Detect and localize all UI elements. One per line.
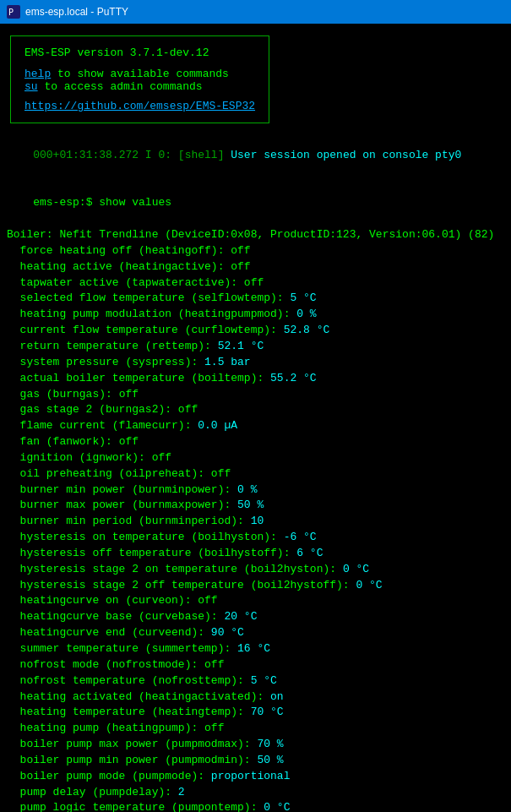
line-value-3: off xyxy=(244,276,264,289)
line-label-10: gas (burngas): xyxy=(7,388,119,401)
terminal-line-34: boiler pump mode (pumpmode): proportiona… xyxy=(3,769,508,785)
line-label-3: tapwater active (tapwateractive): xyxy=(7,276,244,289)
line-label-27: nofrost mode (nofrostmode): xyxy=(7,658,204,671)
line-value-28: 5 °C xyxy=(251,674,277,687)
terminal-line-21: hysteresis stage 2 on temperature (boil2… xyxy=(3,562,508,578)
line-value-6: 52.8 °C xyxy=(284,324,330,336)
line-value-16: 0 % xyxy=(237,483,257,496)
line-label-29: heating activated (heatingactivated): xyxy=(7,690,270,703)
line-label-26: summer temperature (summertemp): xyxy=(7,642,237,655)
terminal-line-7: return temperature (rettemp): 52.1 °C xyxy=(3,339,508,355)
line-label-33: boiler pump min power (pumpmodmin): xyxy=(7,754,257,766)
line-value-14: off xyxy=(152,451,171,464)
line-label-34: boiler pump mode (pumpmode): xyxy=(7,770,211,782)
line-label-16: burner min power (burnminpower): xyxy=(7,483,237,496)
terminal: EMS-ESP version 3.7.1-dev.12 help to sho… xyxy=(0,24,511,812)
line-label-31: heating pump (heatingpump): xyxy=(7,722,204,734)
terminal-line-6: current flow temperature (curflowtemp): … xyxy=(3,323,508,339)
line-label-8: system pressure (syspress): xyxy=(7,356,204,368)
terminal-line-3: tapwater active (tapwateractive): off xyxy=(3,275,508,292)
terminal-line-2: heating active (heatingactive): off xyxy=(3,259,508,275)
line-value-27: off xyxy=(204,658,224,671)
line-value-29: on xyxy=(270,690,284,703)
line-label-2: heating active (heatingactive): xyxy=(7,260,231,273)
prompt-line: ems-esp:$ show values xyxy=(3,180,508,228)
terminal-line-24: heatingcurve base (curvebase): 20 °C xyxy=(3,609,508,625)
terminal-line-29: heating activated (heatingactivated): on xyxy=(3,689,508,706)
line-value-26: 16 °C xyxy=(237,642,270,655)
line-value-31: off xyxy=(204,722,224,734)
line-label-7: return temperature (rettemp): xyxy=(7,340,218,352)
line-value-15: off xyxy=(211,467,231,480)
line-value-36: 0 °C xyxy=(264,801,290,812)
line-value-5: 0 % xyxy=(296,308,316,320)
putty-icon: P xyxy=(7,5,20,19)
line-label-1: force heating off (heatingoff): xyxy=(7,244,231,257)
boiler-header-line: Boiler: Nefit Trendline (DeviceID:0x08, … xyxy=(3,227,508,243)
terminal-line-1: force heating off (heatingoff): off xyxy=(3,243,508,259)
line-label-24: heatingcurve base (curvebase): xyxy=(7,610,224,623)
su-line: su to access admin commands xyxy=(24,80,255,93)
line-label-23: heatingcurve on (curveon): xyxy=(7,594,198,607)
line-value-33: 50 % xyxy=(257,754,283,766)
line-value-23: off xyxy=(198,594,217,607)
line-label-9: actual boiler temperature (boiltemp): xyxy=(7,372,270,384)
line-label-35: pump delay (pumpdelay): xyxy=(7,786,178,798)
line-value-19: -6 °C xyxy=(284,531,317,543)
help-text: to show available commands xyxy=(51,68,229,80)
line-label-32: boiler pump max power (pumpmodmax): xyxy=(7,738,257,750)
line-label-36: pump logic temperature (pumpontemp): xyxy=(7,801,264,812)
terminal-line-33: boiler pump min power (pumpmodmin): 50 % xyxy=(3,753,508,769)
terminal-line-26: summer temperature (summertemp): 16 °C xyxy=(3,641,508,657)
line-label-25: heatingcurve end (curveend): xyxy=(7,626,211,639)
session-msg: User session opened on console pty0 xyxy=(231,149,461,161)
line-label-13: fan (fanwork): xyxy=(7,435,119,448)
command-text: show values xyxy=(99,196,171,209)
terminal-line-19: hysteresis on temperature (boilhyston): … xyxy=(3,530,508,546)
terminal-line-8: system pressure (syspress): 1.5 bar xyxy=(3,355,508,371)
line-label-18: burner min period (burnminperiod): xyxy=(7,515,251,527)
line-label-28: nofrost temperature (nofrosttemp): xyxy=(7,674,251,687)
github-url[interactable]: https://github.com/emsesp/EMS-ESP32 xyxy=(24,100,255,112)
line-label-4: selected flow temperature (selflowtemp): xyxy=(7,292,290,304)
terminal-line-27: nofrost mode (nofrostmode): off xyxy=(3,657,508,673)
terminal-line-9: actual boiler temperature (boiltemp): 55… xyxy=(3,371,508,387)
terminal-line-5: heating pump modulation (heatingpumpmod)… xyxy=(3,307,508,323)
terminal-line-20: hysteresis off temperature (boilhystoff)… xyxy=(3,546,508,562)
line-label-17: burner max power (burnmaxpower): xyxy=(7,499,237,511)
line-label-6: current flow temperature (curflowtemp): xyxy=(7,324,284,336)
line-value-12: 0.0 µA xyxy=(198,419,237,432)
terminal-line-22: hysteresis stage 2 off temperature (boil… xyxy=(3,578,508,594)
line-label-30: heating temperature (heatingtemp): xyxy=(7,706,251,718)
line-value-18: 10 xyxy=(251,515,264,527)
line-value-21: 0 °C xyxy=(343,563,369,575)
line-label-15: oil preheating (oilpreheat): xyxy=(7,467,211,480)
prompt-text: ems-esp:$ xyxy=(33,196,99,209)
title-bar: P ems-esp.local - PuTTY xyxy=(0,0,511,24)
terminal-line-4: selected flow temperature (selflowtemp):… xyxy=(3,291,508,307)
line-label-21: hysteresis stage 2 on temperature (boil2… xyxy=(7,563,343,575)
line-label-11: gas stage 2 (burngas2): xyxy=(7,403,178,416)
line-label-19: hysteresis on temperature (boilhyston): xyxy=(7,531,284,543)
window-title: ems-esp.local - PuTTY xyxy=(25,6,504,18)
terminal-line-13: fan (fanwork): off xyxy=(3,434,508,450)
data-lines: Boiler: Nefit Trendline (DeviceID:0x08, … xyxy=(3,227,508,812)
session-line: 000+01:31:38.272 I 0: [shell] User sessi… xyxy=(3,132,508,180)
terminal-line-10: gas (burngas): off xyxy=(3,387,508,403)
help-cmd[interactable]: help xyxy=(24,68,51,80)
terminal-line-12: flame current (flamecurr): 0.0 µA xyxy=(3,418,508,434)
terminal-line-14: ignition (ignwork): off xyxy=(3,450,508,466)
terminal-line-30: heating temperature (heatingtemp): 70 °C xyxy=(3,705,508,721)
terminal-line-11: gas stage 2 (burngas2): off xyxy=(3,402,508,418)
terminal-line-23: heatingcurve on (curveon): off xyxy=(3,593,508,609)
line-value-35: 2 xyxy=(178,786,185,798)
svg-text:P: P xyxy=(8,8,14,17)
line-value-7: 52.1 °C xyxy=(218,340,264,352)
line-value-22: 0 °C xyxy=(356,579,382,591)
su-cmd[interactable]: su xyxy=(24,80,38,93)
line-value-9: 55.2 °C xyxy=(270,372,317,384)
terminal-line-17: burner max power (burnmaxpower): 50 % xyxy=(3,498,508,514)
terminal-line-18: burner min period (burnminperiod): 10 xyxy=(3,514,508,530)
line-value-32: 70 % xyxy=(257,738,283,750)
line-value-24: 20 °C xyxy=(224,610,257,623)
